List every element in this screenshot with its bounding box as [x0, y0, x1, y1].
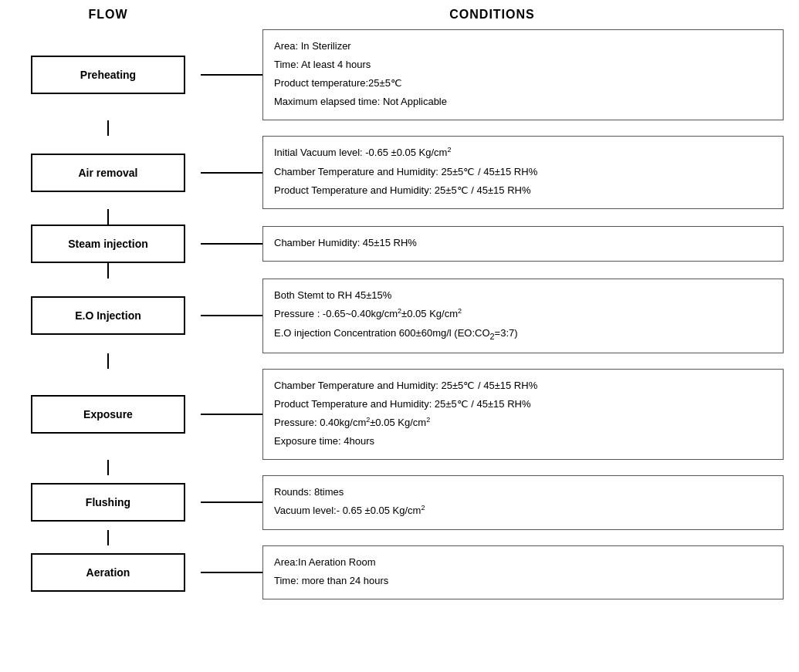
- connector-preheating: [201, 74, 262, 76]
- connector-aeration: [201, 572, 262, 573]
- flow-box-preheating: Preheating: [31, 56, 185, 94]
- spacer-steam-injection: [15, 263, 784, 279]
- connector-exposure: [201, 414, 262, 415]
- flow-header: FLOW: [15, 8, 201, 22]
- flow-box-aeration: Aeration: [31, 553, 185, 592]
- flow-row-steam-injection: Steam injectionChamber Humidity: 45±15 R…: [15, 225, 784, 263]
- spacer-flushing: [15, 530, 784, 545]
- connector-flushing: [201, 501, 262, 503]
- flow-diagram: PreheatingArea: In SterilizerTime: At le…: [15, 29, 784, 599]
- conditions-box-preheating: Area: In SterilizerTime: At least 4 hour…: [262, 29, 784, 120]
- conditions-box-air-removal: Initial Vacuum level: -0.65 ±0.05 Kg/cm2…: [262, 136, 784, 209]
- conditions-box-exposure: Chamber Temperature and Humidity: 25±5℃ …: [262, 369, 784, 461]
- flow-row-air-removal: Air removalInitial Vacuum level: -0.65 ±…: [15, 136, 784, 209]
- spacer-exposure: [15, 460, 784, 475]
- flow-row-preheating: PreheatingArea: In SterilizerTime: At le…: [15, 29, 784, 120]
- flow-row-exposure: ExposureChamber Temperature and Humidity…: [15, 369, 784, 461]
- conditions-box-eo-injection: Both Stemt to RH 45±15%Pressure : -0.65~…: [262, 279, 784, 353]
- conditions-box-steam-injection: Chamber Humidity: 45±15 RH%: [262, 226, 784, 262]
- flow-box-eo-injection: E.O Injection: [31, 296, 185, 335]
- connector-air-removal: [201, 172, 262, 174]
- conditions-box-aeration: Area:In Aeration RoomTime: more than 24 …: [262, 545, 784, 599]
- connector-steam-injection: [201, 243, 262, 245]
- flow-box-flushing: Flushing: [31, 483, 185, 522]
- flow-box-air-removal: Air removal: [31, 154, 185, 192]
- flow-box-exposure: Exposure: [31, 395, 185, 434]
- spacer-air-removal: [15, 209, 784, 225]
- spacer-eo-injection: [15, 353, 784, 369]
- page-headers: FLOW CONDITIONS: [15, 8, 784, 22]
- flow-row-flushing: FlushingRounds: 8timesVacuum level:- 0.6…: [15, 475, 784, 530]
- flow-row-aeration: AerationArea:In Aeration RoomTime: more …: [15, 545, 784, 599]
- spacer-preheating: [15, 120, 784, 136]
- conditions-header: CONDITIONS: [201, 8, 784, 22]
- connector-eo-injection: [201, 315, 262, 316]
- flow-row-eo-injection: E.O InjectionBoth Stemt to RH 45±15%Pres…: [15, 279, 784, 353]
- conditions-box-flushing: Rounds: 8timesVacuum level:- 0.65 ±0.05 …: [262, 475, 784, 530]
- flow-box-steam-injection: Steam injection: [31, 225, 185, 263]
